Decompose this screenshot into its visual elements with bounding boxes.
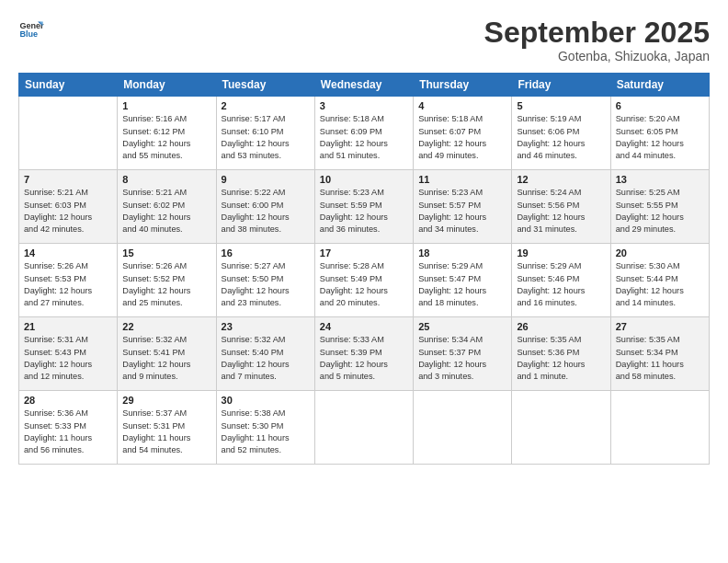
logo: General Blue (18, 17, 44, 42)
table-row: 23Sunrise: 5:32 AM Sunset: 5:40 PM Dayli… (216, 317, 314, 391)
day-number: 7 (24, 174, 112, 185)
table-row: 27Sunrise: 5:35 AM Sunset: 5:34 PM Dayli… (610, 317, 709, 391)
table-row: 26Sunrise: 5:35 AM Sunset: 5:36 PM Dayli… (512, 317, 610, 391)
day-number: 2 (222, 100, 310, 111)
table-row: 7Sunrise: 5:21 AM Sunset: 6:03 PM Daylig… (19, 170, 118, 244)
day-number: 14 (24, 247, 112, 259)
day-info: Sunrise: 5:17 AM Sunset: 6:10 PM Dayligh… (222, 113, 310, 162)
day-number: 30 (222, 395, 310, 406)
day-number: 18 (418, 247, 506, 259)
day-info: Sunrise: 5:29 AM Sunset: 5:46 PM Dayligh… (517, 260, 605, 309)
table-row: 24Sunrise: 5:33 AM Sunset: 5:39 PM Dayli… (314, 317, 413, 391)
day-info: Sunrise: 5:27 AM Sunset: 5:50 PM Dayligh… (222, 260, 310, 309)
day-number: 4 (418, 100, 506, 111)
main-title: September 2025 (484, 17, 710, 49)
day-info: Sunrise: 5:33 AM Sunset: 5:39 PM Dayligh… (320, 334, 408, 383)
header-sunday: Sunday (19, 74, 118, 97)
header-tuesday: Tuesday (216, 74, 314, 97)
table-row: 5Sunrise: 5:19 AM Sunset: 6:06 PM Daylig… (512, 97, 610, 170)
day-info: Sunrise: 5:31 AM Sunset: 5:43 PM Dayligh… (24, 334, 112, 383)
header-saturday: Saturday (610, 74, 709, 97)
day-info: Sunrise: 5:21 AM Sunset: 6:02 PM Dayligh… (122, 187, 210, 236)
table-row: 29Sunrise: 5:37 AM Sunset: 5:31 PM Dayli… (118, 391, 216, 465)
header-monday: Monday (118, 74, 216, 97)
day-info: Sunrise: 5:22 AM Sunset: 6:00 PM Dayligh… (222, 187, 310, 236)
day-number: 6 (616, 100, 704, 111)
day-number: 20 (616, 247, 704, 259)
header-friday: Friday (512, 74, 610, 97)
day-number: 11 (418, 174, 506, 185)
table-row: 30Sunrise: 5:38 AM Sunset: 5:30 PM Dayli… (216, 391, 314, 465)
day-number: 8 (122, 174, 210, 185)
table-row: 17Sunrise: 5:28 AM Sunset: 5:49 PM Dayli… (314, 244, 413, 317)
table-row: 20Sunrise: 5:30 AM Sunset: 5:44 PM Dayli… (610, 244, 709, 317)
table-row: 4Sunrise: 5:18 AM Sunset: 6:07 PM Daylig… (414, 97, 512, 170)
table-row (19, 97, 118, 170)
day-number: 9 (222, 174, 310, 185)
table-row: 10Sunrise: 5:23 AM Sunset: 5:59 PM Dayli… (314, 170, 413, 244)
day-number: 12 (517, 174, 605, 185)
weekday-header-row: Sunday Monday Tuesday Wednesday Thursday… (19, 74, 710, 97)
table-row: 16Sunrise: 5:27 AM Sunset: 5:50 PM Dayli… (216, 244, 314, 317)
day-info: Sunrise: 5:25 AM Sunset: 5:55 PM Dayligh… (616, 187, 704, 236)
table-row (610, 391, 709, 465)
day-info: Sunrise: 5:19 AM Sunset: 6:06 PM Dayligh… (517, 113, 605, 162)
day-number: 25 (418, 321, 506, 332)
day-info: Sunrise: 5:18 AM Sunset: 6:07 PM Dayligh… (418, 113, 506, 162)
day-info: Sunrise: 5:18 AM Sunset: 6:09 PM Dayligh… (320, 113, 408, 162)
header-thursday: Thursday (414, 74, 512, 97)
table-row: 25Sunrise: 5:34 AM Sunset: 5:37 PM Dayli… (414, 317, 512, 391)
day-number: 23 (222, 321, 310, 332)
day-info: Sunrise: 5:24 AM Sunset: 5:56 PM Dayligh… (517, 187, 605, 236)
table-row: 13Sunrise: 5:25 AM Sunset: 5:55 PM Dayli… (610, 170, 709, 244)
table-row: 22Sunrise: 5:32 AM Sunset: 5:41 PM Dayli… (118, 317, 216, 391)
table-row: 12Sunrise: 5:24 AM Sunset: 5:56 PM Dayli… (512, 170, 610, 244)
day-number: 15 (122, 247, 210, 259)
day-number: 13 (616, 174, 704, 185)
table-row: 18Sunrise: 5:29 AM Sunset: 5:47 PM Dayli… (414, 244, 512, 317)
table-row: 21Sunrise: 5:31 AM Sunset: 5:43 PM Dayli… (19, 317, 118, 391)
table-row: 8Sunrise: 5:21 AM Sunset: 6:02 PM Daylig… (118, 170, 216, 244)
logo-icon: General Blue (18, 17, 44, 42)
day-info: Sunrise: 5:23 AM Sunset: 5:57 PM Dayligh… (418, 187, 506, 236)
day-number: 24 (320, 321, 408, 332)
calendar-table: Sunday Monday Tuesday Wednesday Thursday… (18, 73, 710, 465)
day-info: Sunrise: 5:28 AM Sunset: 5:49 PM Dayligh… (320, 260, 408, 309)
table-row: 14Sunrise: 5:26 AM Sunset: 5:53 PM Dayli… (19, 244, 118, 317)
subtitle: Gotenba, Shizuoka, Japan (484, 49, 710, 63)
day-info: Sunrise: 5:35 AM Sunset: 5:36 PM Dayligh… (517, 334, 605, 383)
day-info: Sunrise: 5:35 AM Sunset: 5:34 PM Dayligh… (616, 334, 704, 383)
day-info: Sunrise: 5:26 AM Sunset: 5:53 PM Dayligh… (24, 260, 112, 309)
table-row: 15Sunrise: 5:26 AM Sunset: 5:52 PM Dayli… (118, 244, 216, 317)
table-row (414, 391, 512, 465)
day-number: 17 (320, 247, 408, 259)
header: General Blue September 2025 Gotenba, Shi… (18, 17, 710, 63)
day-number: 26 (517, 321, 605, 332)
day-number: 5 (517, 100, 605, 111)
day-number: 21 (24, 321, 112, 332)
day-number: 3 (320, 100, 408, 111)
table-row: 1Sunrise: 5:16 AM Sunset: 6:12 PM Daylig… (118, 97, 216, 170)
header-wednesday: Wednesday (314, 74, 413, 97)
day-info: Sunrise: 5:20 AM Sunset: 6:05 PM Dayligh… (616, 113, 704, 162)
table-row: 3Sunrise: 5:18 AM Sunset: 6:09 PM Daylig… (314, 97, 413, 170)
svg-text:Blue: Blue (19, 29, 38, 39)
title-block: September 2025 Gotenba, Shizuoka, Japan (484, 17, 710, 63)
day-number: 28 (24, 395, 112, 406)
day-number: 27 (616, 321, 704, 332)
table-row: 2Sunrise: 5:17 AM Sunset: 6:10 PM Daylig… (216, 97, 314, 170)
day-number: 19 (517, 247, 605, 259)
day-info: Sunrise: 5:34 AM Sunset: 5:37 PM Dayligh… (418, 334, 506, 383)
day-info: Sunrise: 5:37 AM Sunset: 5:31 PM Dayligh… (122, 408, 210, 456)
table-row: 19Sunrise: 5:29 AM Sunset: 5:46 PM Dayli… (512, 244, 610, 317)
day-info: Sunrise: 5:36 AM Sunset: 5:33 PM Dayligh… (24, 408, 112, 456)
day-info: Sunrise: 5:29 AM Sunset: 5:47 PM Dayligh… (418, 260, 506, 309)
day-info: Sunrise: 5:26 AM Sunset: 5:52 PM Dayligh… (122, 260, 210, 309)
day-info: Sunrise: 5:21 AM Sunset: 6:03 PM Dayligh… (24, 187, 112, 236)
day-info: Sunrise: 5:16 AM Sunset: 6:12 PM Dayligh… (122, 113, 210, 162)
table-row (512, 391, 610, 465)
day-number: 1 (122, 100, 210, 111)
day-info: Sunrise: 5:32 AM Sunset: 5:41 PM Dayligh… (122, 334, 210, 383)
day-number: 22 (122, 321, 210, 332)
table-row (314, 391, 413, 465)
